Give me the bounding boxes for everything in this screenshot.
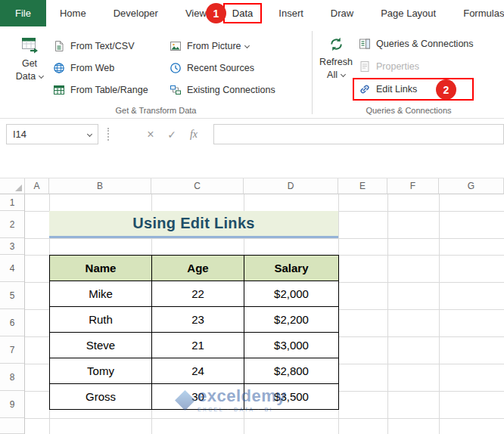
- tab-page-layout[interactable]: Page Layout: [367, 0, 450, 26]
- cell[interactable]: $3,500: [244, 384, 339, 410]
- table-row: Tomy 24 $2,800: [50, 358, 339, 384]
- header-cell-name[interactable]: Name: [50, 256, 152, 281]
- cell[interactable]: $2,000: [244, 281, 339, 307]
- get-data-icon: [20, 36, 39, 57]
- tab-formulas[interactable]: Formulas: [450, 0, 504, 26]
- existing-connections-button[interactable]: Existing Connections: [170, 79, 275, 101]
- row-header-2[interactable]: 2: [0, 211, 24, 238]
- name-box-value: I14: [13, 129, 26, 140]
- tab-developer[interactable]: Developer: [100, 0, 172, 26]
- button-label: From Table/Range: [70, 85, 148, 95]
- from-picture-button[interactable]: From Picture: [170, 35, 275, 57]
- clock-icon: [170, 62, 182, 74]
- column-header-c[interactable]: C: [151, 178, 244, 194]
- table-row: Ruth 23 $2,200: [50, 307, 339, 333]
- refresh-all-button[interactable]: Refresh All: [313, 36, 359, 81]
- cell[interactable]: Gross: [50, 384, 152, 410]
- tab-home[interactable]: Home: [46, 0, 100, 26]
- row-header-partial: [0, 418, 24, 434]
- button-label: Queries & Connections: [376, 39, 474, 49]
- table-header-row: Name Age Salary: [50, 256, 339, 281]
- worksheet: A B C D E F G 1 2 3 4 5 6 7 8 9 Using Ed…: [0, 178, 504, 434]
- row-header-5[interactable]: 5: [0, 282, 24, 309]
- tab-insert[interactable]: Insert: [265, 0, 317, 26]
- column-header-d[interactable]: D: [244, 178, 338, 194]
- tab-data-annotation-box: Data: [223, 0, 262, 26]
- cancel-button[interactable]: ×: [141, 124, 160, 144]
- tab-file[interactable]: File: [0, 0, 46, 26]
- column-header-e[interactable]: E: [338, 178, 387, 194]
- row-headers: 1 2 3 4 5 6 7 8 9: [0, 194, 25, 434]
- cell[interactable]: 22: [152, 281, 244, 307]
- row-header-6[interactable]: 6: [0, 309, 24, 336]
- get-transform-column-2: From Picture Recent Sources Existing Con…: [170, 35, 275, 101]
- refresh-icon: [328, 36, 345, 55]
- tab-draw[interactable]: Draw: [317, 0, 367, 26]
- queries-connections-button[interactable]: Queries & Connections: [359, 33, 474, 55]
- cell[interactable]: $3,000: [244, 333, 339, 358]
- cell[interactable]: Steve: [50, 333, 152, 358]
- from-web-button[interactable]: From Web: [53, 57, 148, 79]
- picture-icon: [170, 40, 182, 52]
- cell[interactable]: Tomy: [50, 358, 152, 384]
- group-label-queries-connections: Queries & Connections: [313, 106, 504, 115]
- row-header-3[interactable]: 3: [0, 238, 24, 255]
- column-header-b[interactable]: B: [49, 178, 151, 194]
- recent-sources-button[interactable]: Recent Sources: [170, 57, 275, 79]
- formula-bar-drag-handle[interactable]: [107, 128, 109, 141]
- button-label: From Web: [70, 63, 114, 73]
- title-cell[interactable]: Using Edit Links: [49, 211, 338, 238]
- gridline: [25, 418, 504, 419]
- annotation-step-2-badge: 2: [436, 79, 456, 100]
- cell[interactable]: Mike: [50, 281, 152, 307]
- button-label: Properties: [376, 61, 419, 72]
- dropdown-caret-icon: [341, 72, 346, 77]
- get-data-label-line1: Get: [22, 57, 37, 70]
- cell[interactable]: 24: [152, 358, 244, 384]
- row-header-4[interactable]: 4: [0, 255, 24, 282]
- cell[interactable]: $2,800: [244, 358, 339, 384]
- row-header-9[interactable]: 9: [0, 391, 24, 418]
- excel-window: File Home Developer View Data Insert Dra…: [0, 0, 504, 434]
- column-header-f[interactable]: F: [387, 178, 439, 194]
- row-header-7[interactable]: 7: [0, 336, 24, 364]
- get-data-button[interactable]: Get Data: [9, 36, 50, 82]
- annotation-step-1-badge: 1: [206, 3, 226, 23]
- data-table: Name Age Salary Mike 22 $2,000 Ruth 23 $…: [49, 255, 339, 410]
- row-header-8[interactable]: 8: [0, 364, 24, 391]
- row-header-1[interactable]: 1: [0, 194, 24, 211]
- tab-data[interactable]: Data: [223, 3, 262, 23]
- group-label-get-transform: Get & Transform Data: [0, 106, 312, 115]
- table-row: Steve 21 $3,000: [50, 333, 339, 358]
- select-all-corner[interactable]: [0, 178, 25, 194]
- column-header-a[interactable]: A: [25, 178, 49, 194]
- dropdown-caret-icon: [244, 42, 250, 48]
- formula-bar-input[interactable]: [213, 124, 504, 144]
- from-text-csv-button[interactable]: From Text/CSV: [53, 35, 148, 57]
- formula-bar: I14 × ✓ fx: [0, 124, 504, 147]
- button-label: Existing Connections: [187, 85, 275, 95]
- cell[interactable]: 21: [152, 333, 244, 358]
- cell[interactable]: $2,200: [244, 307, 339, 333]
- globe-icon: [53, 62, 65, 74]
- column-header-g[interactable]: G: [439, 178, 504, 194]
- name-box[interactable]: I14: [6, 124, 98, 144]
- header-cell-age[interactable]: Age: [152, 256, 244, 281]
- from-table-range-button[interactable]: From Table/Range: [53, 79, 148, 101]
- cell[interactable]: Ruth: [50, 307, 152, 333]
- table-icon: [53, 84, 65, 96]
- gridline: [439, 194, 440, 434]
- header-cell-salary[interactable]: Salary: [244, 256, 339, 281]
- enter-button[interactable]: ✓: [162, 124, 182, 144]
- table-row: Gross 30 $3,500: [50, 384, 339, 410]
- ribbon-group-separator: [312, 31, 313, 114]
- refresh-label-line1: Refresh: [319, 56, 353, 68]
- cell[interactable]: 30: [152, 384, 244, 410]
- ribbon-data-tab-content: Get Data From Text/CSV From Web From: [0, 26, 504, 119]
- get-transform-column-1: From Text/CSV From Web From Table/Range: [53, 35, 148, 101]
- name-box-caret-icon: [87, 132, 92, 137]
- cell[interactable]: 23: [152, 307, 244, 333]
- insert-function-button[interactable]: fx: [183, 124, 204, 144]
- button-label: Edit Links: [376, 84, 417, 95]
- gridline: [25, 238, 504, 239]
